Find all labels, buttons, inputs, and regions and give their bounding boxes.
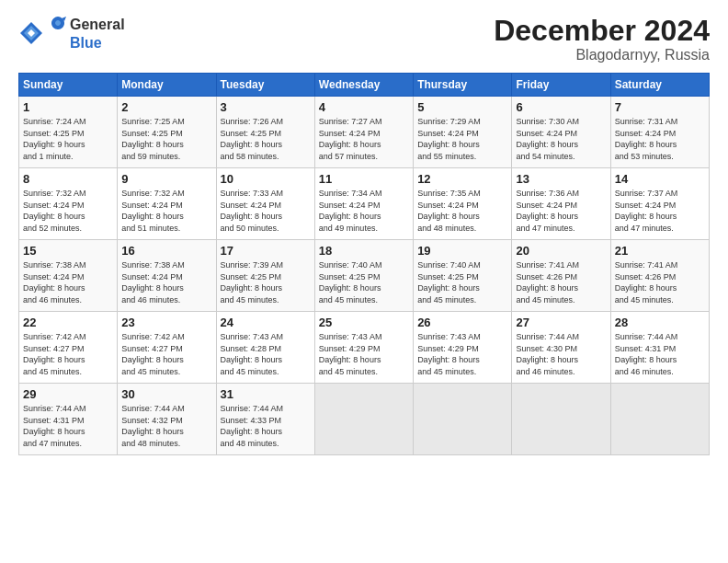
day-number: 3 — [221, 100, 311, 114]
calendar-cell: 21Sunrise: 7:41 AM Sunset: 4:26 PM Dayli… — [610, 240, 709, 312]
day-info: Sunrise: 7:29 AM Sunset: 4:24 PM Dayligh… — [417, 116, 507, 162]
calendar-week-row: 15Sunrise: 7:38 AM Sunset: 4:24 PM Dayli… — [19, 240, 710, 312]
header: General Blue December 2024 Blagodarnyy, … — [18, 15, 710, 63]
calendar-cell: 31Sunrise: 7:44 AM Sunset: 4:33 PM Dayli… — [216, 384, 314, 455]
calendar-week-row: 1Sunrise: 7:24 AM Sunset: 4:25 PM Daylig… — [19, 97, 710, 168]
calendar-cell: 15Sunrise: 7:38 AM Sunset: 4:24 PM Dayli… — [19, 240, 118, 312]
page-subtitle: Blagodarnyy, Russia — [494, 47, 710, 63]
day-info: Sunrise: 7:37 AM Sunset: 4:24 PM Dayligh… — [615, 188, 705, 234]
calendar-cell: 11Sunrise: 7:34 AM Sunset: 4:24 PM Dayli… — [314, 168, 413, 240]
calendar-week-row: 8Sunrise: 7:32 AM Sunset: 4:24 PM Daylig… — [19, 168, 710, 240]
day-info: Sunrise: 7:44 AM Sunset: 4:30 PM Dayligh… — [516, 331, 606, 377]
calendar-cell: 26Sunrise: 7:43 AM Sunset: 4:29 PM Dayli… — [414, 312, 512, 384]
weekday-header-sunday: Sunday — [19, 74, 118, 97]
calendar-cell: 19Sunrise: 7:40 AM Sunset: 4:25 PM Dayli… — [414, 240, 512, 312]
weekday-header-saturday: Saturday — [610, 74, 709, 97]
calendar-cell: 1Sunrise: 7:24 AM Sunset: 4:25 PM Daylig… — [19, 97, 118, 168]
day-number: 4 — [319, 100, 409, 114]
day-info: Sunrise: 7:32 AM Sunset: 4:24 PM Dayligh… — [23, 188, 113, 234]
day-info: Sunrise: 7:31 AM Sunset: 4:24 PM Dayligh… — [615, 116, 705, 162]
calendar-cell — [414, 384, 512, 455]
calendar-cell: 12Sunrise: 7:35 AM Sunset: 4:24 PM Dayli… — [414, 168, 512, 240]
day-info: Sunrise: 7:36 AM Sunset: 4:24 PM Dayligh… — [516, 188, 606, 234]
day-info: Sunrise: 7:42 AM Sunset: 4:27 PM Dayligh… — [121, 331, 211, 377]
calendar-cell: 6Sunrise: 7:30 AM Sunset: 4:24 PM Daylig… — [512, 97, 610, 168]
calendar-cell: 16Sunrise: 7:38 AM Sunset: 4:24 PM Dayli… — [118, 240, 216, 312]
calendar-cell: 8Sunrise: 7:32 AM Sunset: 4:24 PM Daylig… — [19, 168, 118, 240]
day-number: 16 — [121, 244, 211, 258]
day-number: 18 — [319, 244, 409, 258]
logo-blue: Blue — [48, 35, 125, 52]
calendar-cell: 18Sunrise: 7:40 AM Sunset: 4:25 PM Dayli… — [314, 240, 413, 312]
calendar-cell: 3Sunrise: 7:26 AM Sunset: 4:25 PM Daylig… — [216, 97, 314, 168]
calendar-cell: 20Sunrise: 7:41 AM Sunset: 4:26 PM Dayli… — [512, 240, 610, 312]
weekday-header-wednesday: Wednesday — [314, 74, 413, 97]
day-info: Sunrise: 7:25 AM Sunset: 4:25 PM Dayligh… — [121, 116, 211, 162]
day-number: 22 — [23, 316, 113, 329]
day-number: 23 — [121, 316, 211, 329]
day-info: Sunrise: 7:44 AM Sunset: 4:33 PM Dayligh… — [221, 403, 311, 449]
day-number: 13 — [516, 172, 606, 186]
day-info: Sunrise: 7:39 AM Sunset: 4:25 PM Dayligh… — [221, 259, 311, 305]
day-number: 2 — [121, 100, 211, 114]
day-number: 20 — [516, 244, 606, 258]
day-number: 19 — [417, 244, 507, 258]
day-info: Sunrise: 7:38 AM Sunset: 4:24 PM Dayligh… — [23, 259, 113, 305]
logo-bird-icon — [48, 15, 68, 35]
day-info: Sunrise: 7:34 AM Sunset: 4:24 PM Dayligh… — [319, 188, 409, 234]
calendar-cell: 23Sunrise: 7:42 AM Sunset: 4:27 PM Dayli… — [118, 312, 216, 384]
weekday-header-row: SundayMondayTuesdayWednesdayThursdayFrid… — [19, 74, 710, 97]
calendar-week-row: 29Sunrise: 7:44 AM Sunset: 4:31 PM Dayli… — [19, 384, 710, 455]
day-info: Sunrise: 7:24 AM Sunset: 4:25 PM Dayligh… — [23, 116, 113, 162]
day-info: Sunrise: 7:43 AM Sunset: 4:28 PM Dayligh… — [221, 331, 311, 377]
day-info: Sunrise: 7:33 AM Sunset: 4:24 PM Dayligh… — [221, 188, 311, 234]
day-info: Sunrise: 7:44 AM Sunset: 4:32 PM Dayligh… — [121, 403, 211, 449]
day-info: Sunrise: 7:43 AM Sunset: 4:29 PM Dayligh… — [417, 331, 507, 377]
day-number: 7 — [615, 100, 705, 114]
day-number: 30 — [121, 387, 211, 401]
calendar-table: SundayMondayTuesdayWednesdayThursdayFrid… — [18, 73, 710, 455]
day-number: 25 — [319, 316, 409, 329]
day-info: Sunrise: 7:30 AM Sunset: 4:24 PM Dayligh… — [516, 116, 606, 162]
day-number: 6 — [516, 100, 606, 114]
day-info: Sunrise: 7:40 AM Sunset: 4:25 PM Dayligh… — [417, 259, 507, 305]
day-number: 14 — [615, 172, 705, 186]
day-number: 15 — [23, 244, 113, 258]
logo-general: General — [70, 17, 125, 33]
day-info: Sunrise: 7:41 AM Sunset: 4:26 PM Dayligh… — [516, 259, 606, 305]
day-info: Sunrise: 7:40 AM Sunset: 4:25 PM Dayligh… — [319, 259, 409, 305]
calendar-cell: 7Sunrise: 7:31 AM Sunset: 4:24 PM Daylig… — [610, 97, 709, 168]
calendar-cell: 27Sunrise: 7:44 AM Sunset: 4:30 PM Dayli… — [512, 312, 610, 384]
calendar-cell: 14Sunrise: 7:37 AM Sunset: 4:24 PM Dayli… — [610, 168, 709, 240]
calendar-cell: 29Sunrise: 7:44 AM Sunset: 4:31 PM Dayli… — [19, 384, 118, 455]
weekday-header-thursday: Thursday — [414, 74, 512, 97]
calendar-cell: 9Sunrise: 7:32 AM Sunset: 4:24 PM Daylig… — [118, 168, 216, 240]
day-number: 11 — [319, 172, 409, 186]
day-info: Sunrise: 7:38 AM Sunset: 4:24 PM Dayligh… — [121, 259, 211, 305]
weekday-header-friday: Friday — [512, 74, 610, 97]
calendar-cell: 10Sunrise: 7:33 AM Sunset: 4:24 PM Dayli… — [216, 168, 314, 240]
day-info: Sunrise: 7:41 AM Sunset: 4:26 PM Dayligh… — [615, 259, 705, 305]
calendar-cell — [314, 384, 413, 455]
calendar-cell: 25Sunrise: 7:43 AM Sunset: 4:29 PM Dayli… — [314, 312, 413, 384]
day-number: 24 — [221, 316, 311, 329]
day-info: Sunrise: 7:42 AM Sunset: 4:27 PM Dayligh… — [23, 331, 113, 377]
day-info: Sunrise: 7:32 AM Sunset: 4:24 PM Dayligh… — [121, 188, 211, 234]
day-info: Sunrise: 7:44 AM Sunset: 4:31 PM Dayligh… — [23, 403, 113, 449]
calendar-cell: 24Sunrise: 7:43 AM Sunset: 4:28 PM Dayli… — [216, 312, 314, 384]
day-number: 31 — [221, 387, 311, 401]
calendar-week-row: 22Sunrise: 7:42 AM Sunset: 4:27 PM Dayli… — [19, 312, 710, 384]
calendar-cell: 2Sunrise: 7:25 AM Sunset: 4:25 PM Daylig… — [118, 97, 216, 168]
day-number: 28 — [615, 316, 705, 329]
weekday-header-tuesday: Tuesday — [216, 74, 314, 97]
page-title: December 2024 — [494, 15, 710, 47]
weekday-header-monday: Monday — [118, 74, 216, 97]
calendar-cell — [610, 384, 709, 455]
calendar-cell: 5Sunrise: 7:29 AM Sunset: 4:24 PM Daylig… — [414, 97, 512, 168]
day-info: Sunrise: 7:26 AM Sunset: 4:25 PM Dayligh… — [221, 116, 311, 162]
calendar-cell — [512, 384, 610, 455]
day-info: Sunrise: 7:27 AM Sunset: 4:24 PM Dayligh… — [319, 116, 409, 162]
page: General Blue December 2024 Blagodarnyy, … — [0, 0, 728, 563]
day-number: 29 — [23, 387, 113, 401]
calendar-cell: 17Sunrise: 7:39 AM Sunset: 4:25 PM Dayli… — [216, 240, 314, 312]
